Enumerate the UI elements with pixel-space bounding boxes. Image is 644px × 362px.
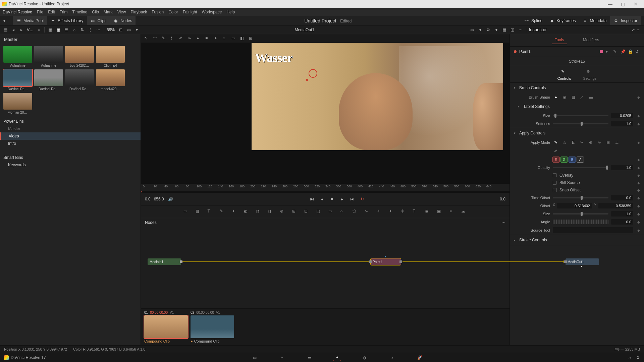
viewer-zoom[interactable]: 69% xyxy=(107,27,115,32)
subtab-controls[interactable]: ✎ Controls xyxy=(557,69,571,80)
step-back-icon[interactable]: ◂ xyxy=(319,196,325,202)
enable-dot-icon[interactable] xyxy=(514,50,517,53)
subtab-settings[interactable]: ⚙ Settings xyxy=(583,69,597,80)
page-deliver[interactable]: 🚀 xyxy=(416,354,423,361)
camera-icon[interactable]: ▣ xyxy=(437,209,443,215)
tablet-settings-header[interactable]: ▸Tablet Settings xyxy=(510,102,644,112)
chevron-right-icon[interactable]: ▸ xyxy=(19,27,24,33)
more-icon[interactable]: ⋯ xyxy=(636,27,641,33)
clip-item[interactable]: 01 00:00:00:00 V1 Compound Clip xyxy=(144,311,188,343)
opacity-slider[interactable] xyxy=(553,167,608,168)
brush-controls-header[interactable]: ▾Brush Controls xyxy=(510,83,644,93)
node-mediain[interactable]: MediaIn1 xyxy=(148,258,181,265)
gear-icon[interactable]: ⚙ xyxy=(486,27,491,33)
lock-icon[interactable]: 🔒 xyxy=(628,49,633,54)
filter-icon[interactable]: ⋮ xyxy=(88,27,93,33)
color-icon[interactable]: ◑ xyxy=(268,209,274,215)
paint-icon[interactable]: ✎ xyxy=(220,209,226,215)
menu-trim[interactable]: Trim xyxy=(60,10,68,14)
viewer-canvas[interactable]: Wasser ✕ xyxy=(141,43,509,184)
clip-item[interactable]: 02 00:00:00:00 V1 ●Compound Clip xyxy=(191,311,234,343)
clip-thumb[interactable]: DaVinci Re… xyxy=(65,69,94,91)
tc-right[interactable]: 0.0 xyxy=(500,197,505,201)
prender-icon[interactable]: ✦ xyxy=(389,209,395,215)
pen-icon[interactable]: ✎ xyxy=(162,36,167,41)
chevron-down-icon[interactable]: ▾ xyxy=(606,49,610,54)
reset-icon[interactable]: ↺ xyxy=(635,49,640,54)
keyframe-diamond[interactable]: ◆ xyxy=(637,122,640,126)
shape3d-icon[interactable]: ◉ xyxy=(425,209,431,215)
bspline-icon[interactable]: ∿ xyxy=(365,209,371,215)
keyframes-toggle[interactable]: ◆ Keyframes xyxy=(546,16,579,25)
matte-icon[interactable]: ▢ xyxy=(316,209,322,215)
color-chip-icon[interactable] xyxy=(600,50,603,53)
clip-thumb[interactable]: DaVinci Re… xyxy=(34,69,63,91)
mode-erase[interactable]: ✂ xyxy=(579,139,585,145)
mode-emboss[interactable]: E xyxy=(570,139,576,145)
page-fairlight[interactable]: ♪ xyxy=(388,354,396,361)
record-dot-icon[interactable]: ● xyxy=(36,27,42,33)
bin-item[interactable]: Intro xyxy=(0,140,141,147)
size2-value[interactable]: 1.0 xyxy=(611,211,633,217)
time-ruler[interactable]: 0204060801001201401601802002202402602803… xyxy=(141,184,509,191)
particles-icon[interactable]: ✧ xyxy=(377,209,383,215)
goto-start-icon[interactable]: ⏮ xyxy=(309,196,315,202)
rectangle-icon[interactable]: ▭ xyxy=(328,209,334,215)
blur-icon[interactable]: ◔ xyxy=(256,209,262,215)
rect-icon[interactable]: ▭ xyxy=(231,36,237,41)
brush-shape-circle[interactable]: ● xyxy=(553,94,559,100)
stop-icon[interactable]: ■ xyxy=(329,196,335,202)
keyframe-diamond[interactable]: ◆ xyxy=(637,114,640,118)
timeoffset-slider[interactable] xyxy=(553,197,608,198)
clip-thumb[interactable]: DaVinci Re… xyxy=(3,69,32,91)
menu-timeline[interactable]: Timeline xyxy=(72,10,87,14)
nodes-toggle[interactable]: ◉ Nodes xyxy=(110,16,136,25)
spline-tool-icon[interactable]: 〰 xyxy=(153,36,158,41)
versions-icon[interactable]: ✎ xyxy=(613,49,618,54)
brush-icon[interactable]: ✐ xyxy=(179,36,184,41)
clip-thumb[interactable]: Aufnahme xyxy=(34,46,63,67)
curve-icon[interactable]: ∿ xyxy=(188,36,193,41)
search-icon[interactable]: ⌕ xyxy=(71,27,77,33)
menu-view[interactable]: View xyxy=(117,10,126,14)
layout-menu-icon[interactable]: ▾ xyxy=(3,18,9,23)
keyframe-diamond[interactable]: ◆ xyxy=(637,174,640,177)
view-thumbs-icon[interactable]: ▦ xyxy=(47,27,53,33)
app-name[interactable]: DaVinci Resolve xyxy=(3,10,32,14)
bin-item[interactable]: Master xyxy=(0,125,141,132)
chevron-down-icon[interactable]: ▾ xyxy=(478,27,483,33)
spline-toggle[interactable]: 〰 Spline xyxy=(521,16,546,25)
loop-icon[interactable]: ↻ xyxy=(359,196,366,202)
circle-icon[interactable]: ○ xyxy=(223,36,228,41)
timeoffset-value[interactable]: 0.0 xyxy=(611,195,633,200)
expand-icon[interactable]: ⤢ xyxy=(631,27,636,33)
text-icon[interactable]: T xyxy=(208,209,214,215)
chevron-left-icon[interactable]: ◂ xyxy=(11,27,16,33)
mode-stamp[interactable]: ⊞ xyxy=(605,139,611,145)
menu-fairlight[interactable]: Fairlight xyxy=(183,10,197,14)
home-icon[interactable]: ⌂ xyxy=(629,355,631,360)
more-icon[interactable]: ⋯ xyxy=(518,27,523,33)
goto-end-icon[interactable]: ⏭ xyxy=(349,196,356,202)
keyframe-diamond[interactable]: ◆ xyxy=(637,229,640,232)
fit-icon[interactable]: ⊡ xyxy=(118,27,123,33)
node-wire[interactable] xyxy=(182,261,369,262)
mode-clone[interactable]: ⎌ xyxy=(561,139,568,145)
powerbins-header[interactable]: Power Bins xyxy=(0,116,141,125)
close-button[interactable]: ✕ xyxy=(629,1,642,7)
tab-modifiers[interactable]: Modifiers xyxy=(580,36,602,44)
renderer-icon[interactable]: ☁ xyxy=(461,209,467,215)
clips-toggle[interactable]: ▭ Clips xyxy=(87,16,110,25)
keyframe-diamond[interactable]: ◆ xyxy=(637,141,640,144)
menu-fusion[interactable]: Fusion xyxy=(152,10,164,14)
media-pool-toggle[interactable]: ☰ Media Pool xyxy=(13,16,47,25)
keyframe-diamond[interactable]: ◆ xyxy=(637,212,640,216)
bin-item[interactable]: Video xyxy=(0,132,141,140)
inspector-node-header[interactable]: Paint1 ▾ ✎ 📌 🔒 ↺ xyxy=(510,47,644,57)
channel-a[interactable]: A xyxy=(577,157,584,162)
mask-icon[interactable]: ◐ xyxy=(244,209,250,215)
angle-wheel[interactable] xyxy=(553,220,608,224)
keyframe-diamond[interactable]: ◆ xyxy=(637,220,640,224)
clip-thumb[interactable]: Aufnahme xyxy=(3,46,32,67)
mode-merge[interactable]: ⊕ xyxy=(588,139,594,145)
